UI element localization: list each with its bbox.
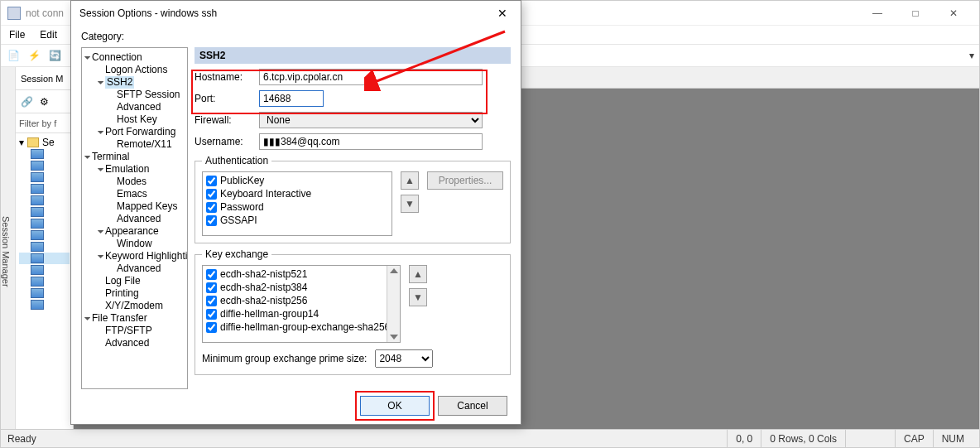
close-button[interactable]: ✕ (934, 2, 973, 25)
kex-checkbox[interactable] (206, 309, 217, 320)
tree-remotex11[interactable]: Remote/X11 (84, 138, 185, 151)
tree-modes[interactable]: Modes (84, 176, 185, 188)
tree-xyz[interactable]: X/Y/Zmodem (84, 300, 185, 312)
kex-legend: Key exchange (202, 248, 271, 260)
panel-header: SSH2 (195, 47, 511, 64)
tree-ssh2[interactable]: ⏷SSH2 (84, 76, 185, 89)
toolbar-quick-icon[interactable]: ⚡ (28, 50, 41, 61)
kex-up-button[interactable]: ▲ (409, 265, 427, 283)
category-tree[interactable]: ⏷Connection Logon Actions ⏷SSH2 SFTP Ses… (81, 47, 188, 389)
session-item[interactable] (19, 253, 70, 264)
session-item[interactable] (19, 183, 70, 195)
session-item[interactable] (19, 299, 70, 311)
sm-filter[interactable]: Filter by f (16, 113, 73, 133)
tree-terminal[interactable]: ⏷Terminal (84, 151, 185, 163)
session-item[interactable] (19, 171, 70, 183)
tree-logfile[interactable]: Log File (84, 275, 185, 287)
session-icon (31, 161, 44, 171)
port-input[interactable] (259, 90, 324, 107)
menu-edit[interactable]: Edit (40, 29, 57, 41)
tree-connection[interactable]: ⏷Connection (84, 51, 185, 64)
session-item[interactable] (19, 276, 70, 287)
session-item[interactable] (19, 241, 70, 253)
dialog-close-button[interactable]: ✕ (492, 7, 512, 20)
tree-emacs[interactable]: Emacs (84, 188, 185, 200)
tree-logon[interactable]: Logon Actions (84, 64, 185, 76)
hostname-label: Hostname: (195, 71, 252, 83)
username-label: Username: (195, 136, 252, 147)
session-item[interactable] (19, 229, 70, 241)
kex-checkbox[interactable] (206, 269, 217, 280)
link-icon[interactable]: 🔗 (21, 96, 33, 108)
menu-file[interactable]: File (9, 29, 25, 41)
session-item[interactable] (19, 160, 70, 171)
username-input[interactable] (259, 133, 483, 150)
session-item[interactable] (19, 218, 70, 229)
kex-checkbox[interactable] (206, 296, 217, 306)
gear-icon[interactable]: ⚙ (40, 96, 49, 108)
kex-item[interactable]: diffie-hellman-group14 (206, 307, 396, 320)
session-item[interactable] (19, 264, 70, 276)
toolbar-reconnect-icon[interactable]: 🔄 (49, 50, 61, 61)
auth-item[interactable]: Keyboard Interactive (206, 187, 388, 200)
toolbar-new-icon[interactable]: 📄 (7, 50, 20, 61)
kex-item[interactable]: diffie-hellman-group-exchange-sha256 (206, 320, 396, 334)
ok-button[interactable]: OK (360, 396, 430, 416)
session-item[interactable] (19, 195, 70, 206)
tree-advanced4[interactable]: Advanced (84, 337, 185, 349)
auth-checkbox[interactable] (206, 176, 217, 186)
tree-advanced2[interactable]: Advanced (84, 213, 185, 225)
properties-button[interactable]: Properties... (427, 171, 503, 190)
auth-down-button[interactable]: ▼ (401, 195, 419, 213)
auth-checkbox[interactable] (206, 189, 217, 200)
kex-down-button[interactable]: ▼ (409, 288, 427, 306)
session-item[interactable] (19, 206, 70, 218)
kex-checkbox[interactable] (206, 322, 217, 333)
tree-ftpsftp[interactable]: FTP/SFTP (84, 325, 185, 337)
mge-select[interactable]: 2048 (375, 349, 433, 368)
firewall-select[interactable]: None (259, 112, 483, 128)
kex-item[interactable]: ecdh-sha2-nistp256 (206, 294, 396, 307)
session-icon (31, 242, 44, 252)
auth-list[interactable]: PublicKeyKeyboard InteractivePasswordGSS… (202, 171, 392, 236)
tree-printing[interactable]: Printing (84, 287, 185, 300)
tree-appearance[interactable]: ⏷Appearance (84, 225, 185, 238)
tree-portfwd[interactable]: ⏷Port Forwarding (84, 126, 185, 138)
auth-item[interactable]: PublicKey (206, 174, 388, 187)
tree-hostkey[interactable]: Host Key (84, 113, 185, 126)
session-item[interactable] (19, 148, 70, 160)
tree-emulation[interactable]: ⏷Emulation (84, 163, 185, 176)
auth-checkbox[interactable] (206, 215, 217, 226)
minimize-button[interactable]: — (858, 2, 896, 25)
tree-mappedkeys[interactable]: Mapped Keys (84, 200, 185, 213)
maximize-button[interactable]: □ (896, 2, 934, 25)
hostname-input[interactable] (259, 69, 483, 85)
auth-checkbox[interactable] (206, 202, 217, 213)
kex-list[interactable]: ecdh-sha2-nistp521ecdh-sha2-nistp384ecdh… (202, 265, 401, 343)
auth-up-button[interactable]: ▲ (401, 171, 419, 190)
kex-item[interactable]: ecdh-sha2-nistp521 (206, 267, 396, 281)
kex-item-label: ecdh-sha2-nistp384 (220, 281, 307, 294)
session-item[interactable] (19, 287, 70, 299)
auth-item[interactable]: Password (206, 200, 388, 214)
cancel-button[interactable]: Cancel (438, 396, 507, 416)
tree-filetransfer[interactable]: ⏷File Transfer (84, 312, 185, 325)
auth-item[interactable]: GSSAPI (206, 214, 388, 227)
tree-advanced3[interactable]: Advanced (84, 263, 185, 275)
sm-folder[interactable]: ▾ Se (19, 137, 70, 148)
tree-keyword[interactable]: ⏷Keyword Highlighting (84, 250, 185, 263)
username-row: Username: (195, 133, 511, 150)
toolbar-dropdown-icon[interactable]: ▾ (969, 50, 974, 61)
kex-item-label: ecdh-sha2-nistp256 (220, 294, 307, 307)
tree-sftp[interactable]: SFTP Session (84, 89, 185, 101)
status-ready: Ready (7, 433, 36, 445)
kex-item-label: diffie-hellman-group-exchange-sha256 (220, 320, 390, 334)
kex-item[interactable]: ecdh-sha2-nistp384 (206, 281, 396, 294)
kex-scrollbar[interactable] (387, 266, 400, 342)
tree-window[interactable]: Window (84, 238, 185, 250)
firewall-label: Firewall: (195, 114, 252, 126)
kex-fieldset: Key exchange ecdh-sha2-nistp521ecdh-sha2… (195, 248, 511, 375)
session-manager-rail[interactable]: Session Manager (1, 67, 16, 429)
kex-checkbox[interactable] (206, 282, 217, 293)
tree-advanced[interactable]: Advanced (84, 101, 185, 113)
